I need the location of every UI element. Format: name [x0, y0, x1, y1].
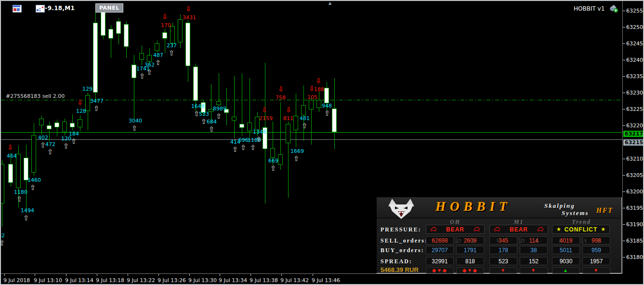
pressure-button-conflict[interactable]: ★CONFLICT★ — [552, 225, 610, 234]
sell-orders-label: SELL_orders: — [381, 237, 428, 244]
depth-of-market-icon[interactable] — [13, 5, 22, 13]
price-tick — [623, 159, 625, 159]
candle-body — [293, 116, 298, 130]
spread-value-cell: 9030 — [552, 257, 580, 265]
candle-body — [301, 105, 306, 115]
price-label: 63225 — [626, 107, 643, 112]
pressure-state-text: BEAR — [446, 226, 464, 233]
time-label: 9 Jul 13:26 — [158, 277, 186, 284]
hobbit-title: HOBBIT — [435, 199, 512, 214]
candle-body — [78, 119, 82, 127]
price-label: 63210 — [626, 156, 643, 162]
price-line — [1, 139, 622, 140]
candle-body — [193, 67, 198, 101]
time-axis[interactable]: 9 Jul 20189 Jul 13:109 Jul 13:149 Jul 13… — [1, 273, 622, 285]
time-label: 9 Jul 13:34 — [219, 277, 247, 284]
volume-label: 184 — [69, 131, 79, 136]
down-arrow-icon: ⇩ — [77, 99, 83, 107]
price-axis[interactable]: 6325563250632456324063235632306322563220… — [622, 1, 644, 273]
volume-label: 402 — [38, 135, 48, 140]
hobbit-panel: HOBBIT Skalping Systems HFT ОИМ1Trend PR… — [377, 197, 622, 273]
pressure-button-bear[interactable]: BEAR — [426, 225, 485, 234]
up-arrow-icon: ⇧ — [293, 155, 300, 163]
up-arrow-icon: ⇧ — [30, 184, 36, 191]
candle-body — [185, 23, 190, 66]
signal-arrow-icon: ▼ — [582, 267, 610, 273]
signal-arrow-icon: ▲ — [552, 267, 580, 273]
wolf-logo-icon — [381, 198, 421, 220]
volume-label: 129 — [82, 86, 92, 92]
volume-label: 62 — [1, 233, 5, 238]
pressure-button-bear[interactable]: BEAR — [489, 225, 548, 234]
time-tick — [189, 274, 190, 276]
bear-icon — [494, 225, 500, 234]
price-tick — [623, 27, 625, 27]
up-arrow-icon: ⇧ — [256, 136, 262, 143]
volume-label: 1460 — [27, 177, 41, 183]
up-arrow-icon: ⇧ — [250, 144, 256, 151]
group-header-М1: М1 — [489, 218, 548, 225]
candle-body — [216, 101, 221, 105]
price-tick — [623, 125, 625, 126]
indicator-title: HOBBIT v1 — [574, 5, 605, 12]
price-tick — [623, 43, 625, 44]
sell-value-cell: 62698 — [426, 236, 454, 244]
up-arrow-icon: ⇧ — [63, 143, 69, 150]
volume-label: 533 — [199, 111, 209, 117]
up-arrow-icon: ⇧ — [240, 144, 247, 151]
up-arrow-icon: ⇧ — [169, 50, 175, 57]
bear-icon — [473, 225, 480, 234]
pressure-state-text: BEAR — [510, 226, 528, 233]
candle-body — [8, 164, 13, 183]
down-arrow-icon: ⇩ — [278, 86, 284, 93]
subtitle-skalping: Skalping — [544, 202, 575, 210]
volume-label: 472 — [45, 142, 55, 147]
volume-label: 487 — [153, 53, 163, 58]
price-label: 63180 — [626, 255, 643, 260]
volume-label: 362 — [145, 62, 155, 68]
symbol-title: Si-9.18,M1 — [39, 5, 75, 12]
candle-body — [147, 55, 152, 62]
star-icon: ★ — [556, 226, 561, 232]
candle-body — [62, 122, 67, 132]
price-tick — [623, 93, 625, 93]
up-arrow-icon: ⇧ — [23, 215, 29, 222]
candle-body — [178, 19, 183, 42]
candle-body — [324, 88, 329, 103]
buy-orders-label: BUY_orders: — [381, 247, 424, 254]
volume-label: 758 — [276, 95, 286, 100]
price-tick — [623, 60, 625, 60]
candle-body — [286, 124, 290, 143]
sell-value-cell: 345V — [489, 236, 517, 244]
watermark-text: V — [490, 237, 517, 244]
up-arrow-icon: ⇧ — [209, 126, 215, 133]
watermark-text: DL — [457, 237, 484, 244]
bear-icon — [537, 225, 544, 234]
sell-value-cell: 998AL — [582, 236, 610, 244]
price-line — [1, 132, 622, 133]
spread-value-cell: 523 — [489, 257, 517, 265]
price-tick — [623, 109, 625, 109]
volume-label: 811 — [283, 116, 293, 121]
panel-button[interactable]: PANEL — [95, 3, 123, 13]
up-arrow-icon: ⇧ — [201, 118, 207, 125]
candle-wick — [211, 84, 211, 123]
candle-body — [1, 164, 4, 204]
up-arrow-icon: ⇧ — [131, 125, 138, 132]
price-tick — [623, 257, 625, 258]
candle-body — [31, 135, 36, 173]
down-arrow-icon: ⇩ — [185, 6, 192, 13]
up-arrow-icon: ⇧ — [139, 73, 145, 80]
candle-body — [162, 32, 167, 39]
up-arrow-icon: ⇧ — [324, 110, 330, 117]
up-arrow-icon: ⇧ — [216, 113, 222, 120]
bid-price-badge: 63215 — [623, 139, 644, 146]
signal-arrow-icon: ◆▼◆ — [456, 267, 484, 273]
collapse-notch-icon[interactable]: ▲ — [329, 1, 331, 5]
subtitle-systems: Systems — [562, 209, 589, 217]
buy-value-cell: 178 — [489, 246, 517, 254]
volume-label: 8989 — [213, 106, 226, 111]
volume-label: 3477 — [90, 98, 104, 104]
candle-body — [332, 109, 337, 132]
time-tick — [97, 274, 97, 276]
